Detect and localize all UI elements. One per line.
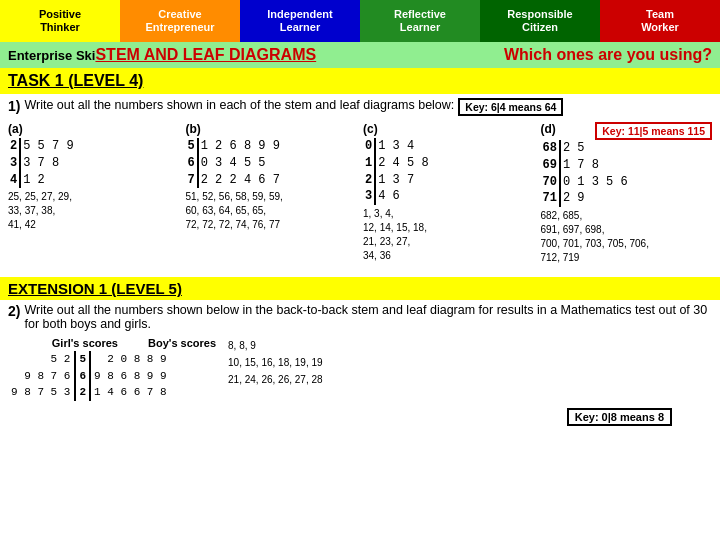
stem-cell: 4 [8,172,20,189]
diagram-a-table: 2 5 5 7 9 3 3 7 8 4 1 2 [8,138,76,188]
stem-cell: 3 [8,155,20,172]
stem-cell: 70 [541,174,560,191]
tab-independent-learner[interactable]: IndependentLearner [240,0,360,42]
extension1-header: EXTENSION 1 (LEVEL 5) [0,277,720,300]
diagram-c-label: (c) [363,122,535,136]
leaf-cell: 3 7 8 [20,155,75,172]
extension1-instruction-text: Write out all the numbers shown below in… [24,303,712,331]
stem-cell: 3 [363,188,375,205]
girls-scores-label: Girl's scores [8,337,118,349]
diagram-d-label: (d) [541,122,556,136]
extension1-key-container: Key: 0|8 means 8 [8,405,712,426]
leaf-cell: 5 5 7 9 [20,138,75,155]
tab-label-reflective-learner: ReflectiveLearner [394,8,446,34]
btb-spacer [118,337,148,349]
leaf-cell: 1 3 4 [375,138,430,155]
table-row: 3 4 6 [363,188,431,205]
task1-instruction: 1) Write out all the numbers shown in ea… [8,98,712,116]
leaf-cell: 2 5 [560,140,630,157]
table-row: 7 2 2 2 4 6 7 [186,172,282,189]
leaf-cell: 4 6 [375,188,430,205]
diagram-d: (d) Key: 11|5 means 115 68 2 5 69 1 7 8 … [541,122,713,265]
boys-scores-label: Boy's scores [148,337,216,349]
tab-label-team-worker: TeamWorker [641,8,679,34]
stem-cell: 2 [363,172,375,189]
table-row: 69 1 7 8 [541,157,630,174]
diagram-b-label: (b) [186,122,358,136]
btb-table: 5 2 5 2 0 8 8 9 9 8 7 6 6 9 8 6 8 9 9 9 … [8,351,170,401]
table-row: 1 2 4 5 8 [363,155,431,172]
extension1-key: Key: 0|8 means 8 [567,408,672,426]
stem-cell: 6 [75,368,90,385]
table-row: 68 2 5 [541,140,630,157]
tab-creative-entrepreneur[interactable]: CreativeEntrepreneur [120,0,240,42]
enterprise-skills-label: Enterprise SkiSTEM AND LEAF DIAGRAMS [8,46,316,64]
decoded-row2: 10, 15, 16, 18, 19, 19 [228,356,323,370]
diagram-d-key: Key: 11|5 means 115 [595,122,712,140]
boys-leaf-cell: 1 4 6 6 7 8 [90,384,170,401]
leaf-cell: 1 7 8 [560,157,630,174]
girls-leaf-cell: 5 2 [8,351,75,368]
leaf-cell: 1 3 7 [375,172,430,189]
diagram-b-decoded: 51, 52, 56, 58, 59, 59,60, 63, 64, 65, 6… [186,190,358,232]
task1-key-inline: Key: 6|4 means 64 [458,98,563,116]
diagrams-row: (a) 2 5 5 7 9 3 3 7 8 4 1 2 25, 25, 27, … [8,122,712,265]
leaf-cell: 2 4 5 8 [375,155,430,172]
table-row: 70 0 1 3 5 6 [541,174,630,191]
table-row: 2 1 3 7 [363,172,431,189]
table-row: 71 2 9 [541,190,630,207]
tab-label-responsible-citizen: ResponsibleCitizen [507,8,572,34]
stem-cell: 69 [541,157,560,174]
task1-instruction-text: Write out all the numbers shown in each … [24,98,454,112]
task1-header: TASK 1 (LEVEL 4) [0,68,720,94]
table-row: 5 2 5 2 0 8 8 9 [8,351,170,368]
task1-content: 1) Write out all the numbers shown in ea… [0,94,720,273]
stem-cell: 6 [186,155,198,172]
decoded-row3: 21, 24, 26, 26, 27, 28 [228,373,323,387]
extension1-num: 2) [8,303,20,319]
diagram-c: (c) 0 1 3 4 1 2 4 5 8 2 1 3 7 3 4 6 [363,122,535,265]
diagram-d-table: 68 2 5 69 1 7 8 70 0 1 3 5 6 71 2 9 [541,140,630,207]
leaf-cell: 1 2 6 8 9 9 [198,138,282,155]
stem-cell: 71 [541,190,560,207]
which-ones-text: Which ones are you using? [504,46,712,64]
tab-responsible-citizen[interactable]: ResponsibleCitizen [480,0,600,42]
tab-positive-thinker[interactable]: PositiveThinker [0,0,120,42]
extension1-content: 2) Write out all the numbers shown below… [0,300,720,429]
table-row: 5 1 2 6 8 9 9 [186,138,282,155]
girls-leaf-cell: 9 8 7 5 3 [8,384,75,401]
stem-cell: 0 [363,138,375,155]
table-row: 9 8 7 6 6 9 8 6 8 9 9 [8,368,170,385]
diagram-a-decoded: 25, 25, 27, 29,33, 37, 38,41, 42 [8,190,180,232]
table-row: 6 0 3 4 5 5 [186,155,282,172]
stem-cell: 2 [75,384,90,401]
table-row: 2 5 5 7 9 [8,138,76,155]
stem-cell: 68 [541,140,560,157]
tab-label-creative-entrepreneur: CreativeEntrepreneur [145,8,214,34]
stem-title: STEM AND LEAF DIAGRAMS [95,46,316,63]
task1-num: 1) [8,98,20,114]
tab-team-worker[interactable]: TeamWorker [600,0,720,42]
tab-label-independent-learner: IndependentLearner [267,8,332,34]
diagram-c-table: 0 1 3 4 1 2 4 5 8 2 1 3 7 3 4 6 [363,138,431,205]
tab-reflective-learner[interactable]: ReflectiveLearner [360,0,480,42]
leaf-cell: 1 2 [20,172,75,189]
leaf-cell: 2 2 2 4 6 7 [198,172,282,189]
boys-leaf-cell: 2 0 8 8 9 [90,351,170,368]
top-navigation: PositiveThinker CreativeEntrepreneur Ind… [0,0,720,42]
btb-section: Girl's scores Boy's scores 5 2 5 2 0 8 8… [8,337,216,401]
leaf-cell: 2 9 [560,190,630,207]
stem-cell: 7 [186,172,198,189]
table-row: 0 1 3 4 [363,138,431,155]
decoded-section: 8, 8, 9 10, 15, 16, 18, 19, 19 21, 24, 2… [228,337,323,387]
diagram-d-decoded: 682, 685,691, 697, 698,700, 701, 703, 70… [541,209,713,265]
table-row: 3 3 7 8 [8,155,76,172]
boys-leaf-cell: 9 8 6 8 9 9 [90,368,170,385]
stem-cell: 5 [186,138,198,155]
stem-cell: 1 [363,155,375,172]
extension1-instruction: 2) Write out all the numbers shown below… [8,303,712,331]
tab-label-positive-thinker: PositiveThinker [39,8,81,34]
extension1-layout: Girl's scores Boy's scores 5 2 5 2 0 8 8… [8,337,712,401]
stem-header: Enterprise SkiSTEM AND LEAF DIAGRAMS Whi… [0,42,720,68]
leaf-cell: 0 1 3 5 6 [560,174,630,191]
